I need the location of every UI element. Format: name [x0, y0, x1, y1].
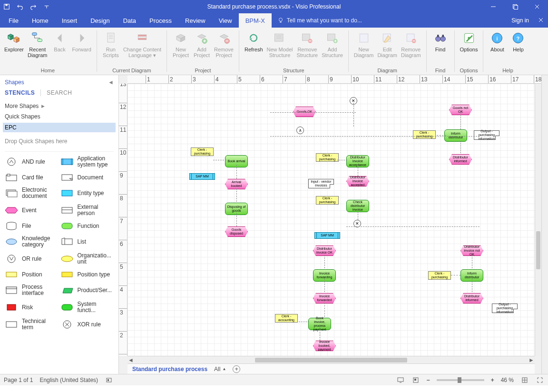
- ribbon-find[interactable]: Find: [431, 29, 450, 54]
- shapes-pane: Shapes ◄ STENCILS SEARCH More Shapes▶ Qu…: [0, 75, 119, 374]
- node-evt[interactable]: Goods OK: [293, 107, 316, 117]
- tab-home[interactable]: Home: [25, 13, 55, 28]
- pan-zoom-icon[interactable]: [411, 376, 420, 384]
- stencil-or[interactable]: OR rule: [5, 253, 59, 265]
- shapes-collapse-icon[interactable]: ◄: [108, 79, 114, 86]
- node-doc[interactable]: Input - vendor invoices: [308, 179, 334, 188]
- stencils-tab[interactable]: STENCILS: [5, 89, 35, 96]
- stencil-file[interactable]: File: [5, 221, 59, 231]
- scroll-left-icon[interactable]: ◄: [127, 357, 134, 363]
- svg-rect-61: [414, 379, 416, 381]
- zoom-level[interactable]: 46 %: [501, 377, 514, 383]
- zoom-in-button[interactable]: +: [491, 377, 494, 383]
- node-pos[interactable]: Clerk - purchasing: [316, 196, 339, 205]
- presentation-mode-icon[interactable]: [396, 376, 405, 384]
- tab-bpmx[interactable]: BPM-X: [239, 13, 272, 28]
- status-language[interactable]: English (United States): [39, 377, 98, 383]
- tab-insert[interactable]: Insert: [55, 13, 84, 28]
- tab-data[interactable]: Data: [117, 13, 143, 28]
- ribbon-explorer[interactable]: Explorer: [3, 29, 25, 54]
- svg-rect-50: [62, 272, 72, 277]
- zoom-out-button[interactable]: −: [427, 377, 430, 383]
- drawing-canvas[interactable]: ✕Goods OKGoods not OK∧Clerk - purchasing…: [127, 84, 535, 356]
- ribbon-about[interactable]: iAbout: [487, 29, 507, 54]
- stencil-function[interactable]: Function: [60, 221, 114, 231]
- stencil-techterm[interactable]: Technical term: [5, 318, 59, 331]
- stencil-procif[interactable]: Process interface: [5, 284, 59, 296]
- close-icon[interactable]: [526, 0, 548, 13]
- tab-file[interactable]: File: [2, 13, 25, 28]
- node-pos[interactable]: Clerk - purchasing: [413, 130, 436, 139]
- stencil-knowledge[interactable]: Knowledge category: [5, 235, 59, 248]
- node-evt[interactable]: Distributor invoice OK: [313, 245, 336, 256]
- stencil-sysfunc[interactable]: System functi...: [60, 301, 114, 314]
- stencil-postype[interactable]: Position type: [60, 270, 114, 279]
- stencil-xor[interactable]: XOR rule: [60, 318, 114, 331]
- tab-process[interactable]: Process: [143, 13, 178, 28]
- more-shapes[interactable]: More Shapes▶: [5, 101, 114, 111]
- node-evt[interactable]: Distributor invoice accepted: [346, 176, 369, 186]
- stencil-risk[interactable]: Risk: [5, 301, 59, 314]
- stencil-entity[interactable]: Entity type: [60, 187, 114, 199]
- vertical-scrollbar[interactable]: [535, 84, 541, 356]
- qa-customize-icon[interactable]: [40, 0, 53, 13]
- stencil-extperson[interactable]: External person: [60, 204, 114, 216]
- undo-icon[interactable]: [13, 0, 27, 13]
- stencil-document[interactable]: Document: [60, 173, 114, 182]
- tab-design[interactable]: Design: [84, 13, 116, 28]
- node-doc[interactable]: Output - purchasing information: [492, 304, 518, 313]
- redo-icon[interactable]: [27, 0, 40, 13]
- node-evt[interactable]: Invoice forwarded: [313, 293, 336, 304]
- add-page-button[interactable]: +: [233, 365, 240, 373]
- node-gate[interactable]: ∧: [296, 127, 304, 134]
- tab-view[interactable]: View: [212, 13, 239, 28]
- stencil-epc[interactable]: EPC: [3, 123, 116, 132]
- node-evt[interactable]: Invoice booked, payment: [313, 341, 336, 351]
- page-tab-active[interactable]: Standard purchase process: [132, 366, 207, 372]
- node-pos[interactable]: Clerk - purchasing: [191, 147, 214, 156]
- quick-shapes[interactable]: Quick Shapes: [5, 111, 114, 122]
- node-evt[interactable]: Goods disposed: [225, 226, 248, 237]
- stencil-product[interactable]: Product/Ser...: [60, 284, 114, 296]
- node-evt[interactable]: Distributor informed: [449, 154, 472, 165]
- ribbon-options[interactable]: Options: [459, 29, 480, 54]
- node-sys[interactable]: SAP MM: [316, 232, 339, 239]
- tell-me[interactable]: Tell me what you want to do...: [272, 13, 362, 28]
- search-tab[interactable]: SEARCH: [40, 89, 72, 96]
- tab-review[interactable]: Review: [178, 13, 212, 28]
- node-pos[interactable]: Clerk - accounting: [275, 314, 298, 323]
- zoom-slider[interactable]: [437, 379, 484, 381]
- macro-recorder-icon[interactable]: [105, 376, 113, 384]
- scroll-right-icon[interactable]: ►: [528, 357, 535, 363]
- stencil-position[interactable]: Position: [5, 270, 59, 279]
- fit-window-icon[interactable]: [536, 376, 544, 384]
- page-tab-all[interactable]: All ▲: [214, 366, 226, 372]
- stencil-list[interactable]: List: [60, 235, 114, 248]
- node-doc[interactable]: Output - purchasing information: [474, 130, 499, 140]
- node-evt[interactable]: Arrival booked: [225, 179, 248, 189]
- stencil-orgunit[interactable]: Organizatio... unit: [60, 253, 114, 265]
- node-evt[interactable]: Distributor invoice not OK: [460, 245, 483, 256]
- node-pos[interactable]: Clerk - purchasing: [428, 271, 451, 280]
- stencil-event[interactable]: Event: [5, 204, 59, 216]
- stencil-and[interactable]: AND rule: [5, 156, 59, 168]
- save-icon[interactable]: [0, 0, 13, 13]
- ribbon-collapse-icon[interactable]: [534, 13, 548, 27]
- ribbon-recent-diagram[interactable]: Recent Diagram: [26, 29, 49, 60]
- node-sys[interactable]: SAP MM: [191, 173, 214, 180]
- node-pos[interactable]: Clerk - purchasing: [316, 153, 339, 162]
- fit-page-icon[interactable]: [520, 376, 529, 384]
- stencil-apptype[interactable]: Application system type: [60, 156, 114, 168]
- chevron-right-icon: ▶: [41, 104, 45, 108]
- svg-text:i: i: [497, 36, 498, 41]
- horizontal-scrollbar[interactable]: ◄ ►: [127, 356, 535, 363]
- ribbon-help[interactable]: ?Help: [508, 29, 528, 54]
- stencil-edoc[interactable]: Electronic document: [5, 187, 59, 199]
- node-func[interactable]: Inform distributor: [444, 129, 467, 142]
- sign-in-link[interactable]: Sign in: [507, 13, 534, 28]
- maximize-icon[interactable]: [504, 0, 526, 13]
- ribbon-refresh[interactable]: Refresh: [243, 29, 264, 54]
- node-evt[interactable]: Distributor informed: [460, 293, 483, 304]
- minimize-icon[interactable]: [482, 0, 504, 13]
- stencil-cardfile[interactable]: Card file: [5, 173, 59, 182]
